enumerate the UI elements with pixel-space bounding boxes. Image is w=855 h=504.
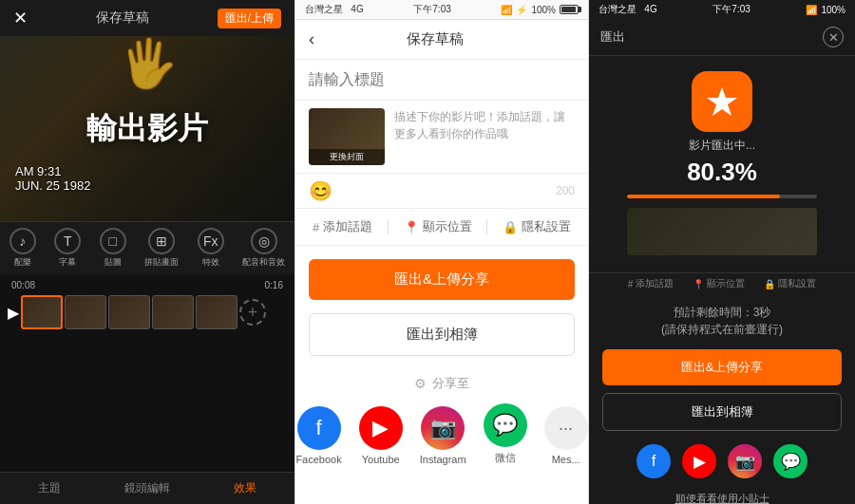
toolbar-effects[interactable]: Fx 特效 [198, 228, 224, 269]
timeline-thumb-1[interactable] [21, 295, 63, 329]
timeline-thumb-3[interactable] [108, 295, 150, 329]
bottom-tabs: 主題 鏡頭編輯 效果 [0, 472, 294, 504]
close-icon[interactable]: ✕ [13, 8, 28, 28]
export-upload-button[interactable]: 匯出&上傳分享 [309, 259, 575, 300]
add-topic-button[interactable]: # 添加話題 [313, 218, 372, 235]
more-icon: ··· [544, 406, 588, 450]
video-main-text: 輸出影片 [86, 108, 208, 150]
toolbar-subtitle[interactable]: T 字幕 [54, 228, 81, 269]
gear-icon: ⚙ [414, 376, 427, 391]
toolbar-music-label: 配樂 [14, 256, 31, 269]
share-youtube[interactable]: ▶ Youtube [359, 406, 403, 465]
desc-row: 更換封面 描述下你的影片吧！添加話題，讓更多人看到你的作品哦 [295, 101, 588, 174]
desc-placeholder[interactable]: 描述下你的影片吧！添加話題，讓更多人看到你的作品哦 [394, 108, 575, 142]
logo-star-icon [703, 83, 741, 121]
tab-clip-edit[interactable]: 鏡頭編輯 [98, 473, 196, 504]
share-more[interactable]: ··· Mes... [544, 406, 588, 465]
privacy-button[interactable]: 🔒 隱私設置 [503, 218, 571, 235]
effects-icon: Fx [198, 228, 224, 254]
time-notice-line1: 預計剩餘時間：3秒 [602, 304, 842, 321]
toolbar-collage[interactable]: ⊞ 拼貼畫面 [144, 228, 179, 269]
save-album-button[interactable]: 匯出到相簿 [309, 313, 575, 356]
facebook-label: Facebook [295, 454, 341, 465]
svg-marker-0 [707, 87, 737, 116]
right-save-button[interactable]: 匯出到相簿 [602, 393, 842, 431]
subtitle-icon: T [54, 228, 81, 254]
share-instagram[interactable]: 📷 Instagram [420, 406, 466, 465]
instagram-icon: 📷 [421, 406, 465, 450]
right-privacy-icon: 🔒 [764, 279, 775, 289]
progress-label: 影片匯出中... [689, 138, 755, 154]
share-facebook[interactable]: f Facebook [295, 406, 341, 465]
location-label: 顯示位置 [423, 218, 472, 235]
tab-effects[interactable]: 效果 [197, 473, 294, 504]
back-button[interactable]: ‹ [309, 29, 314, 49]
toolbar-music[interactable]: ♪ 配樂 [10, 228, 36, 269]
right-location-label: 顯示位置 [707, 277, 745, 290]
right-panel: 台灣之星 4G 下午7:03 📶 100% 匯出 ✕ 影片匯出中... 80.3… [589, 0, 855, 504]
export-upload-button[interactable]: 匯出/上傳 [218, 9, 281, 28]
right-add-topic[interactable]: # 添加話題 [628, 277, 674, 290]
hashtag-icon: # [313, 220, 319, 234]
toolbar-audio-label: 配音和音效 [242, 256, 285, 269]
toolbar-audio[interactable]: ◎ 配音和音效 [242, 228, 285, 269]
right-location[interactable]: 📍 顯示位置 [693, 277, 745, 290]
right-export-button[interactable]: 匯出&上傳分享 [602, 349, 842, 385]
left-header: ✕ 保存草稿 匯出/上傳 [0, 0, 294, 36]
sticker-icon: □ [100, 228, 126, 254]
right-status-right: 📶 100% [806, 5, 846, 15]
right-signal-icon: 📶 [806, 5, 817, 15]
video-thumbnail[interactable]: 更換封面 [309, 108, 385, 165]
timestamp-line2: JUN. 25 1982 [15, 178, 91, 193]
add-topic-label: 添加話題 [323, 218, 372, 235]
time-notice: 預計剩餘時間：3秒 (請保持程式在前臺運行) [589, 294, 855, 342]
right-share-youtube[interactable]: ▶ [682, 444, 716, 478]
emoji-button[interactable]: 😊 [309, 179, 332, 202]
middle-time: 下午7:03 [413, 3, 450, 16]
timeline-thumb-2[interactable] [65, 295, 106, 329]
right-share-instagram[interactable]: 📷 [728, 444, 762, 478]
hint-link[interactable]: 順便看看使用小貼士 [675, 493, 770, 504]
share-wechat[interactable]: 💬 微信 [484, 403, 527, 465]
timeline-thumb-4[interactable] [152, 295, 194, 329]
wechat-icon: 💬 [484, 403, 527, 447]
share-label-text: 分享至 [432, 375, 469, 392]
timeline-time-start: 00:08 [11, 280, 35, 290]
video-toolbar: ♪ 配樂 T 字幕 □ 貼圖 ⊞ 拼貼畫面 Fx 特效 ◎ 配音和音效 [0, 221, 294, 274]
share-apps-row: f Facebook ▶ Youtube 📷 Instagram 💬 微信 ··… [295, 403, 587, 465]
wechat-label: 微信 [495, 451, 516, 465]
play-button[interactable]: ▶ [8, 304, 19, 322]
toolbar-sticker[interactable]: □ 貼圖 [100, 228, 126, 269]
progress-area: 影片匯出中... 80.3% [589, 56, 855, 272]
timeline-thumb-5[interactable] [196, 295, 238, 329]
tags-row: # 添加話題 📍 顯示位置 🔒 隱私設置 [295, 209, 588, 246]
right-close-button[interactable]: ✕ [823, 27, 844, 47]
toolbar-subtitle-label: 字幕 [59, 256, 76, 269]
right-privacy[interactable]: 🔒 隱私設置 [764, 277, 816, 290]
video-preview: 🖐 輸出影片 AM 9:31 JUN. 25 1982 [0, 36, 294, 221]
timeline-time-end: 0:16 [265, 280, 283, 290]
instagram-label: Instagram [420, 454, 466, 465]
right-status-bar: 台灣之星 4G 下午7:03 📶 100% [589, 0, 855, 19]
bluetooth-icon: ⚡ [516, 5, 527, 15]
location-button[interactable]: 📍 顯示位置 [404, 218, 472, 235]
right-time: 下午7:03 [712, 3, 750, 16]
right-video-thumbnail [627, 208, 817, 255]
right-carrier: 台灣之星 4G [598, 3, 657, 16]
facebook-icon: f [297, 406, 341, 450]
toolbar-sticker-label: 貼圖 [104, 256, 122, 269]
youtube-icon: ▶ [359, 406, 403, 450]
share-label-row: ⚙ 分享至 [414, 375, 469, 392]
tab-theme[interactable]: 主題 [0, 473, 98, 504]
right-share-facebook[interactable]: f [636, 444, 671, 478]
right-share-wechat[interactable]: 💬 [773, 444, 808, 478]
privacy-icon: 🔒 [503, 220, 518, 234]
progress-bar-fill [627, 195, 780, 198]
right-hint: 順便看看使用小貼士 [589, 488, 855, 504]
add-clip-button[interactable]: + [239, 299, 266, 326]
youtube-label: Youtube [362, 454, 400, 465]
timeline-track: ▶ + [8, 295, 287, 329]
char-count: 200 [556, 184, 575, 197]
music-icon: ♪ [10, 228, 36, 254]
title-input[interactable] [295, 60, 588, 101]
